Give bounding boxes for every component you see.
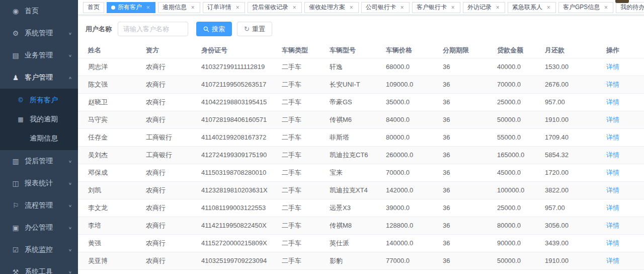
sidebar-item-loan[interactable]: ▥ 贷后管理 ∨ bbox=[0, 150, 78, 172]
sidebar-item-monitor[interactable]: ☑ 系统监控 ∨ bbox=[0, 239, 78, 261]
cell: 411503198708280010 bbox=[201, 164, 282, 181]
sidebar-item[interactable]: 逾期信息 bbox=[0, 129, 78, 148]
sidebar-item-business[interactable]: ▤ 业务管理 ∨ bbox=[0, 44, 78, 66]
cell: 410728198406160571 bbox=[201, 111, 282, 128]
tab[interactable]: 贷后催收记录 × bbox=[248, 2, 302, 13]
table-row: 任存金工商银行411402199208167372二手车菲斯塔80000.036… bbox=[78, 128, 644, 146]
reset-button[interactable]: ↻ 重置 bbox=[237, 22, 272, 36]
sidebar-item-label: 首页 bbox=[25, 7, 72, 16]
actions-cell: 详情 bbox=[594, 252, 644, 269]
column-header: 资方 bbox=[146, 43, 201, 58]
sidebar-item-label: 系统管理 bbox=[25, 29, 68, 38]
app-window: ◉ 首页 ⚙ 系统管理 ∨ ▤ 业务管理 ∨ ♟ 客户管理 ∧ © 所有客户 ▦… bbox=[0, 0, 644, 274]
cell: 农商行 bbox=[146, 199, 201, 217]
cell: 吴亚博 bbox=[78, 252, 146, 269]
search-button[interactable]: 搜索 bbox=[196, 22, 232, 36]
detail-link[interactable]: 详情 bbox=[606, 169, 619, 176]
tab[interactable]: 我的待办 × bbox=[616, 2, 644, 13]
close-icon[interactable]: × bbox=[291, 5, 297, 11]
cell: 50000.0 bbox=[497, 111, 545, 128]
tab[interactable]: 公司银行卡 × bbox=[361, 2, 410, 13]
content-panel: 用户名称 搜索 ↻ 重置 姓名资方身份证号车辆类型车辆型号车辆价格分期期限贷款金… bbox=[78, 15, 644, 274]
close-icon[interactable]: × bbox=[603, 5, 609, 11]
cell: 3822.00 bbox=[545, 181, 594, 199]
cell: 农商行 bbox=[146, 58, 201, 76]
menu-icon: ◫ bbox=[10, 179, 21, 187]
cell: 3056.00 bbox=[545, 217, 594, 234]
cell bbox=[386, 269, 443, 274]
close-icon[interactable]: × bbox=[495, 5, 501, 11]
sidebar-item-gear[interactable]: ⚙ 系统管理 ∨ bbox=[0, 22, 78, 44]
cell: 影豹 bbox=[330, 252, 386, 269]
table-row: 吴刘杰工商银行412724199309175190二手车凯迪拉克CT626000… bbox=[78, 146, 644, 164]
sidebar-item[interactable]: ▦ 我的逾期 bbox=[0, 110, 78, 129]
cell: 142000.0 bbox=[386, 181, 443, 199]
sidebar-item-process[interactable]: ⚐ 流程管理 ∨ bbox=[0, 194, 78, 217]
tab[interactable]: 外访记录 × bbox=[463, 2, 505, 13]
cell: 36 bbox=[443, 199, 497, 217]
tab[interactable]: 客户银行卡 × bbox=[412, 2, 460, 13]
close-icon[interactable]: × bbox=[190, 5, 196, 11]
detail-link[interactable]: 详情 bbox=[606, 151, 619, 159]
detail-link[interactable]: 详情 bbox=[606, 204, 619, 212]
sidebar-item-dashboard[interactable]: ◉ 首页 bbox=[0, 0, 78, 22]
cell: 凯迪拉克CT6 bbox=[330, 146, 386, 164]
sidebar-item-office[interactable]: ▣ 办公管理 ∨ bbox=[0, 217, 78, 239]
sidebar-item-tools[interactable]: ⚒ 系统工具 ∨ bbox=[0, 261, 78, 274]
cell: 李文龙 bbox=[78, 199, 146, 217]
tab[interactable]: 紧急联系人 × bbox=[508, 2, 556, 13]
customers-table: 姓名资方身份证号车辆类型车辆型号车辆价格分期期限贷款金额月还款操作 周志洋农商行… bbox=[78, 43, 644, 274]
cell: 刘凯 bbox=[78, 181, 146, 199]
table-row: 贾银辉农商行二手车小鹏详情 bbox=[78, 269, 644, 274]
cell: 40000.0 bbox=[497, 58, 545, 76]
sidebar-item-label: 业务管理 bbox=[25, 51, 68, 60]
sidebar-item-label: 客户管理 bbox=[25, 73, 68, 82]
cell: 80000.0 bbox=[497, 217, 545, 234]
detail-link[interactable]: 详情 bbox=[606, 81, 619, 88]
detail-link[interactable]: 详情 bbox=[606, 98, 619, 106]
tab-label: 客户银行卡 bbox=[417, 3, 447, 12]
detail-link[interactable]: 详情 bbox=[606, 186, 619, 194]
cell: 55000.0 bbox=[497, 128, 545, 146]
column-header: 车辆型号 bbox=[330, 43, 386, 58]
sidebar-item-report[interactable]: ◫ 报表统计 ∨ bbox=[0, 172, 78, 194]
tab[interactable]: 订单详情 × bbox=[203, 2, 245, 13]
cell: 陈文强 bbox=[78, 76, 146, 93]
actions-cell: 详情 bbox=[594, 234, 644, 252]
close-icon[interactable]: × bbox=[145, 5, 151, 11]
tab[interactable]: 客户GPS信息 × bbox=[558, 2, 613, 13]
sidebar-item-customer[interactable]: ♟ 客户管理 ∧ bbox=[0, 66, 78, 89]
cell: 90000.0 bbox=[497, 234, 545, 252]
tab[interactable]: 催收处理方案 × bbox=[304, 2, 359, 13]
detail-link[interactable]: 详情 bbox=[606, 63, 619, 71]
table-row: 陈文强农商行410721199505263517二手车长安UNI-T109000… bbox=[78, 76, 644, 93]
close-icon[interactable]: × bbox=[450, 5, 456, 11]
detail-link[interactable]: 详情 bbox=[606, 116, 619, 123]
table-row: 李文龙农商行411081199003122553二手车远景X339000.036… bbox=[78, 199, 644, 217]
cell: 84000.0 bbox=[386, 111, 443, 128]
tab-label: 贷后催收记录 bbox=[252, 3, 288, 12]
close-icon[interactable]: × bbox=[399, 5, 405, 11]
cell: 3439.00 bbox=[545, 234, 594, 252]
cell: 周志洋 bbox=[78, 58, 146, 76]
menu-icon: ▥ bbox=[10, 157, 21, 165]
cell: 远景X3 bbox=[330, 199, 386, 217]
search-input[interactable] bbox=[118, 22, 188, 36]
actions-cell: 详情 bbox=[594, 217, 644, 234]
detail-link[interactable]: 详情 bbox=[606, 257, 619, 264]
cell bbox=[497, 269, 545, 274]
tab[interactable]: 逾期信息 × bbox=[158, 2, 200, 13]
detail-link[interactable]: 详情 bbox=[606, 133, 619, 141]
close-icon[interactable]: × bbox=[348, 5, 354, 11]
sidebar-item[interactable]: © 所有客户 bbox=[0, 91, 78, 110]
close-icon[interactable]: × bbox=[234, 5, 240, 11]
sidebar-item-label: 所有客户 bbox=[30, 96, 72, 105]
detail-link[interactable]: 详情 bbox=[606, 239, 619, 247]
table-row: 马守宾农商行410728198406160571二手车传祺M684000.036… bbox=[78, 111, 644, 128]
close-icon[interactable]: × bbox=[545, 5, 551, 11]
cell bbox=[201, 269, 282, 274]
tab[interactable]: 首页 bbox=[83, 2, 104, 13]
cell: 1720.00 bbox=[545, 164, 594, 181]
tab[interactable]: 所有客户 × bbox=[107, 2, 155, 13]
detail-link[interactable]: 详情 bbox=[606, 222, 619, 229]
